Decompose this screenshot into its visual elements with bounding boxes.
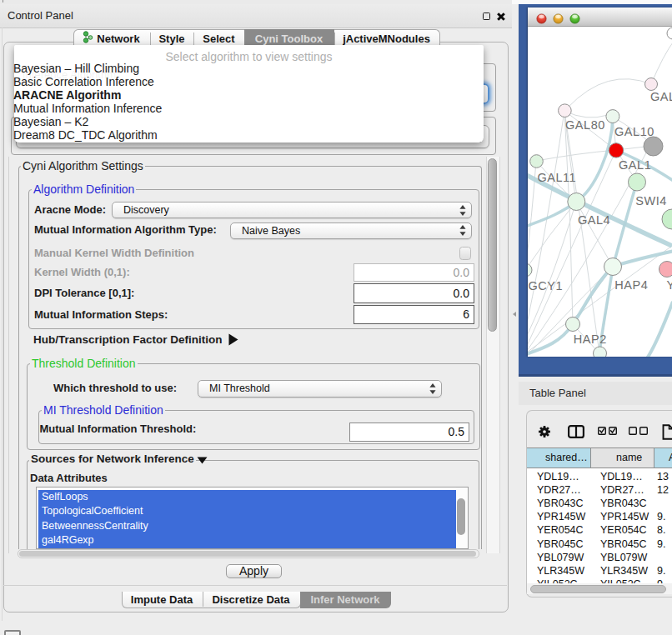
svg-text:GAL1: GAL1 — [619, 158, 651, 172]
svg-text:HAP2: HAP2 — [574, 332, 607, 346]
svg-text:GCY1: GCY1 — [528, 279, 563, 292]
svg-text:GAL7: GAL7 — [650, 90, 672, 103]
svg-text:GAL11: GAL11 — [537, 171, 576, 184]
svg-text:SWI4: SWI4 — [635, 194, 667, 208]
svg-text:Y: Y — [666, 278, 672, 292]
svg-text:GAL4: GAL4 — [578, 213, 610, 227]
svg-text:GAL80: GAL80 — [565, 118, 605, 132]
svg-text:GAL10: GAL10 — [614, 125, 654, 138]
svg-text:HAP4: HAP4 — [614, 278, 648, 292]
